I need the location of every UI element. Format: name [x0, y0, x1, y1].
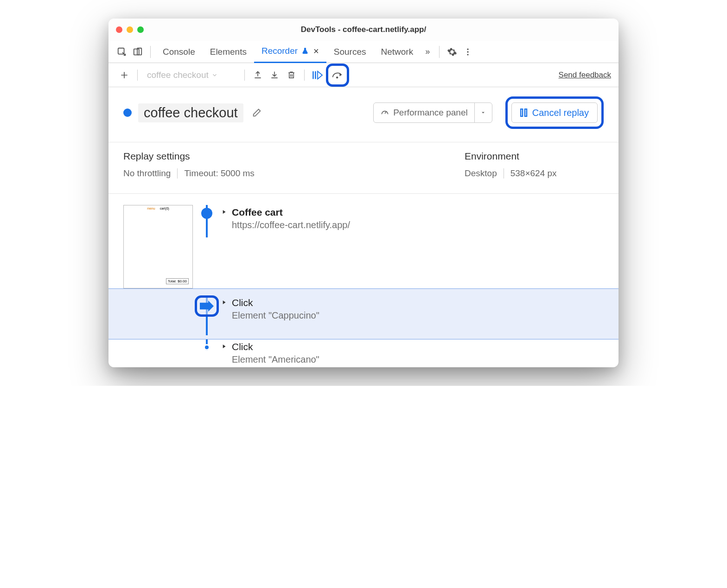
gauge-icon: [380, 108, 389, 117]
divider: [177, 168, 178, 179]
recording-header: coffee checkout Performance panel Cancel…: [108, 87, 619, 142]
svg-rect-7: [315, 71, 316, 79]
cancel-replay-highlight: Cancel replay: [505, 96, 604, 129]
minimize-window-button[interactable]: [127, 26, 133, 33]
svg-point-4: [467, 51, 469, 52]
export-icon[interactable]: [249, 67, 266, 83]
svg-point-8: [336, 77, 338, 78]
expand-step-icon[interactable]: [221, 299, 227, 306]
chevron-down-icon[interactable]: [474, 103, 492, 122]
steps-list: menucart(0) Total: $0.00 Coffee cart htt…: [108, 194, 619, 367]
performance-panel-select[interactable]: Performance panel: [373, 102, 492, 123]
step-over-highlight: [326, 64, 349, 87]
import-icon[interactable]: [266, 67, 283, 83]
step-subtitle: Element "Cappucino": [232, 310, 319, 321]
timeline-start-marker: [201, 208, 212, 219]
divider: [304, 70, 305, 81]
tab-recorder[interactable]: Recorder ×: [254, 41, 326, 63]
inspect-element-icon[interactable]: [114, 44, 130, 60]
step-title: Click: [232, 297, 319, 308]
throttling-value[interactable]: No throttling: [123, 168, 171, 179]
flask-icon: [301, 47, 309, 55]
step-row-current[interactable]: Click Element "Cappucino": [108, 288, 619, 339]
current-step-highlight: [195, 295, 219, 317]
environment-group: Environment Desktop 538×624 px: [465, 151, 604, 179]
add-recording-icon[interactable]: [116, 67, 133, 83]
step-title: Coffee cart: [232, 207, 350, 218]
step-row[interactable]: Click Element "Americano": [123, 339, 604, 367]
pause-icon: [520, 109, 528, 117]
svg-rect-10: [525, 109, 527, 116]
tab-elements[interactable]: Elements: [203, 41, 254, 63]
environment-heading: Environment: [465, 151, 604, 162]
divider: [244, 70, 245, 81]
current-step-arrow-icon: [200, 300, 214, 312]
divider: [504, 168, 504, 179]
svg-rect-1: [134, 49, 139, 55]
maximize-window-button[interactable]: [137, 26, 144, 33]
step-subtitle: https://coffee-cart.netlify.app/: [232, 220, 350, 230]
step-play-icon[interactable]: [309, 67, 326, 83]
recording-title[interactable]: coffee checkout: [138, 103, 243, 122]
expand-step-icon[interactable]: [221, 343, 227, 350]
delete-icon[interactable]: [283, 67, 300, 83]
panel-tabs: Console Elements Recorder × Sources Netw…: [108, 41, 619, 63]
step-over-icon[interactable]: [329, 67, 346, 83]
dimensions-value: 538×624 px: [510, 168, 557, 179]
close-tab-icon[interactable]: ×: [313, 46, 319, 57]
devtools-window: DevTools - coffee-cart.netlify.app/ Cons…: [108, 19, 619, 367]
cancel-replay-button[interactable]: Cancel replay: [511, 102, 598, 123]
titlebar: DevTools - coffee-cart.netlify.app/: [108, 19, 619, 41]
replay-settings-group: Replay settings No throttling Timeout: 5…: [123, 151, 437, 179]
window-title: DevTools - coffee-cart.netlify.app/: [108, 25, 619, 34]
svg-rect-6: [312, 71, 314, 79]
svg-point-5: [467, 54, 469, 55]
tab-network[interactable]: Network: [373, 41, 421, 63]
step-thumbnail: menucart(0) Total: $0.00: [123, 205, 193, 288]
svg-rect-9: [521, 109, 523, 116]
device-value: Desktop: [465, 168, 497, 179]
step-row[interactable]: menucart(0) Total: $0.00 Coffee cart htt…: [123, 205, 604, 288]
timeline-step-marker: [204, 344, 210, 351]
more-menu-icon[interactable]: [460, 44, 476, 60]
edit-title-icon[interactable]: [252, 108, 262, 118]
close-window-button[interactable]: [116, 26, 122, 33]
device-toggle-icon[interactable]: [130, 44, 146, 60]
settings-gear-icon[interactable]: [444, 44, 460, 60]
send-feedback-link[interactable]: Send feedback: [559, 70, 611, 80]
step-subtitle: Element "Americano": [232, 354, 319, 365]
recorder-toolbar: coffee checkout Send feedback: [108, 63, 619, 87]
tab-console[interactable]: Console: [155, 41, 203, 63]
replay-settings-heading: Replay settings: [123, 151, 437, 162]
more-tabs-icon[interactable]: »: [421, 47, 434, 57]
settings-section: Replay settings No throttling Timeout: 5…: [108, 142, 619, 194]
step-title: Click: [232, 341, 319, 352]
timeout-value[interactable]: Timeout: 5000 ms: [184, 168, 254, 179]
svg-point-3: [467, 48, 469, 50]
divider: [137, 70, 138, 81]
tab-sources[interactable]: Sources: [326, 41, 374, 63]
divider: [439, 46, 440, 58]
expand-step-icon[interactable]: [221, 209, 227, 215]
traffic-lights: [116, 26, 144, 33]
recording-status-dot: [123, 109, 132, 117]
recording-select[interactable]: coffee checkout: [142, 67, 240, 83]
divider: [150, 46, 151, 58]
chevron-down-icon: [211, 72, 218, 78]
